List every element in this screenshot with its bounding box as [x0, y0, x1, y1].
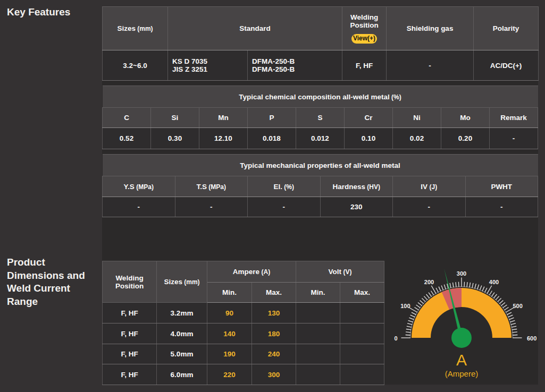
svg-text:(Ampere): (Ampere) [445, 369, 479, 378]
svg-text:500: 500 [513, 303, 522, 309]
svg-text:0: 0 [394, 335, 397, 342]
svg-text:600: 600 [527, 335, 536, 342]
svg-text:200: 200 [424, 279, 434, 285]
svg-text:400: 400 [489, 279, 499, 285]
svg-text:100: 100 [400, 303, 410, 309]
svg-text:300: 300 [457, 270, 466, 277]
svg-text:A: A [456, 351, 467, 369]
